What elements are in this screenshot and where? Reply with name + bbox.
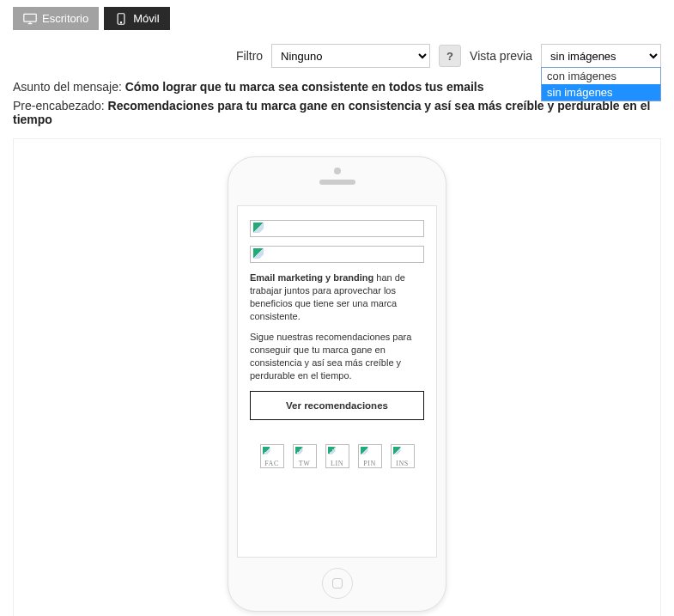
instagram-icon[interactable]: INS <box>391 444 415 468</box>
blocked-image-placeholder-2 <box>250 246 424 263</box>
preview-option-without-images[interactable]: sin imágenes <box>542 84 660 101</box>
preview-select-wrapper: sin imágenes con imágenes sin imágenes <box>541 44 661 68</box>
cta-button[interactable]: Ver recomendaciones <box>250 391 424 420</box>
preview-label: Vista previa <box>470 49 532 63</box>
mobile-icon <box>114 13 128 25</box>
pinterest-icon[interactable]: PIN <box>358 444 382 468</box>
email-body: Email marketing y branding han de trabaj… <box>250 271 424 382</box>
facebook-icon[interactable]: FAC <box>260 444 284 468</box>
svg-rect-0 <box>24 14 36 21</box>
help-icon: ? <box>446 50 453 63</box>
email-strong-lead: Email marketing y branding <box>250 272 373 283</box>
preview-controls-row: Filtro Ninguno ? Vista previa sin imágen… <box>13 44 661 68</box>
phone-screen: Email marketing y branding han de trabaj… <box>237 205 437 558</box>
email-paragraph-1: Email marketing y branding han de trabaj… <box>250 271 424 322</box>
preheader-value: Recomendaciones para tu marca gane en co… <box>13 99 650 126</box>
linkedin-icon[interactable]: LIN <box>325 444 349 468</box>
preview-panel: Email marketing y branding han de trabaj… <box>13 138 661 616</box>
preheader-line: Pre-encabezado: Recomendaciones para tu … <box>13 99 661 126</box>
mobile-view-label: Móvil <box>133 12 159 25</box>
preview-select[interactable]: sin imágenes <box>541 44 661 68</box>
email-paragraph-2: Sigue nuestras recomendaciones para cons… <box>250 331 424 381</box>
phone-home-button <box>322 568 353 599</box>
mobile-view-button[interactable]: Móvil <box>104 7 169 30</box>
phone-speaker-icon <box>319 180 355 185</box>
blocked-image-placeholder-1 <box>250 220 424 237</box>
phone-frame: Email marketing y branding han de trabaj… <box>228 156 446 612</box>
desktop-icon <box>23 13 37 25</box>
help-button[interactable]: ? <box>439 45 461 67</box>
subject-label: Asunto del mensaje: <box>13 80 125 94</box>
subject-value: Cómo lograr que tu marca sea consistente… <box>125 80 484 94</box>
phone-earpiece-area <box>228 168 446 185</box>
svg-point-4 <box>121 21 122 22</box>
twitter-icon[interactable]: TW <box>293 444 317 468</box>
desktop-view-label: Escritorio <box>42 12 88 25</box>
desktop-view-button[interactable]: Escritorio <box>13 7 99 30</box>
filter-select[interactable]: Ninguno <box>271 44 430 68</box>
phone-camera-icon <box>334 168 341 174</box>
preview-option-with-images[interactable]: con imágenes <box>542 68 660 84</box>
preview-dropdown-listbox: con imágenes sin imágenes <box>541 67 661 101</box>
social-icons-row: FAC TW LIN PIN INS <box>250 444 424 468</box>
preheader-label: Pre-encabezado: <box>13 99 108 113</box>
filter-label: Filtro <box>236 49 263 63</box>
phone-home-button-glyph <box>332 578 343 589</box>
view-toggle-group: Escritorio Móvil <box>13 7 661 30</box>
